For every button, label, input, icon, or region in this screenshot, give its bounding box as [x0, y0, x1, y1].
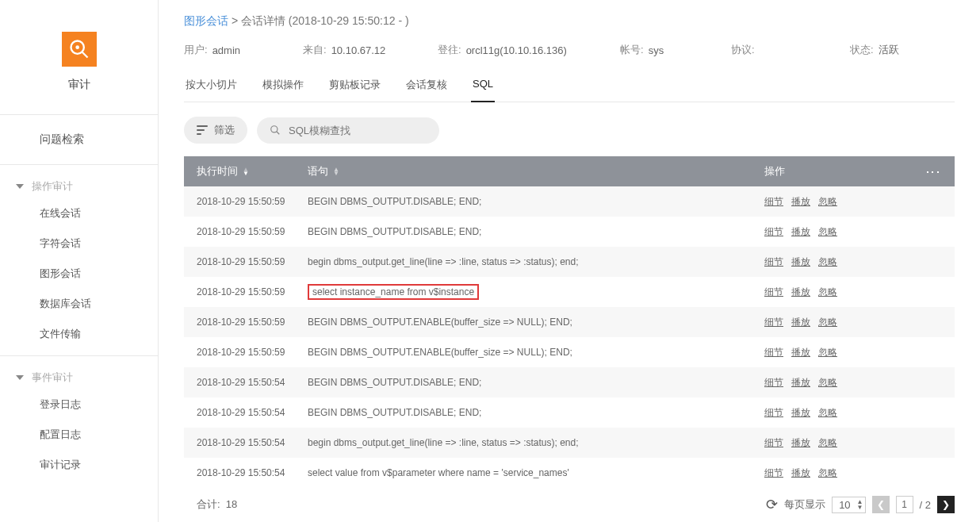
ignore-link[interactable]: 忽略	[818, 316, 837, 329]
sidebar-item-ops-2[interactable]: 图形会话	[0, 259, 158, 289]
cell-statement: BEGIN DBMS_OUTPUT.DISABLE; END;	[308, 377, 764, 388]
sort-icon: ▲▼	[333, 167, 339, 175]
cell-time: 2018-10-29 15:50:54	[197, 437, 308, 448]
cell-time: 2018-10-29 15:50:59	[197, 347, 308, 358]
detail-link[interactable]: 细节	[764, 286, 783, 299]
playback-link[interactable]: 播放	[791, 466, 810, 480]
th-exec-time[interactable]: 执行时间 ▲▼	[197, 164, 308, 178]
next-page-button[interactable]: ❯	[937, 496, 955, 513]
filter-row: 筛选	[184, 117, 955, 144]
logo-block: 审计	[0, 0, 158, 115]
app-title: 审计	[68, 78, 90, 92]
detail-link[interactable]: 细节	[764, 346, 783, 359]
meta-status: 状态:活跃	[850, 43, 945, 57]
svg-line-2	[82, 52, 87, 58]
playback-link[interactable]: 播放	[791, 255, 810, 269]
page-size-selector[interactable]: 10 ▲▼	[832, 497, 865, 513]
table-row: 2018-10-29 15:50:59BEGIN DBMS_OUTPUT.ENA…	[184, 307, 955, 337]
sidebar-item-event-2[interactable]: 审计记录	[0, 450, 158, 480]
cell-ops: 细节播放忽略	[764, 286, 923, 299]
sidebar-header-ops-audit[interactable]: 操作审计	[0, 171, 158, 198]
playback-link[interactable]: 播放	[791, 436, 810, 450]
playback-link[interactable]: 播放	[791, 406, 810, 420]
sidebar-item-ops-4[interactable]: 文件传输	[0, 319, 158, 349]
ignore-link[interactable]: 忽略	[818, 406, 837, 420]
playback-link[interactable]: 播放	[791, 195, 810, 209]
breadcrumb: 图形会话 > 会话详情 (2018-10-29 15:50:12 - )	[184, 14, 955, 29]
playback-link[interactable]: 播放	[791, 316, 810, 329]
ignore-link[interactable]: 忽略	[818, 195, 837, 209]
cell-ops: 细节播放忽略	[764, 255, 923, 269]
cell-ops: 细节播放忽略	[764, 376, 923, 390]
tab-3[interactable]: 会话复核	[404, 71, 449, 102]
cell-statement: begin dbms_output.get_line(line => :line…	[308, 256, 764, 267]
sidebar-item-ops-3[interactable]: 数据库会话	[0, 289, 158, 319]
sidebar-item-issue-search[interactable]: 问题检索	[0, 121, 158, 158]
search-input[interactable]	[287, 124, 427, 137]
cell-time: 2018-10-29 15:50:59	[197, 317, 308, 328]
detail-link[interactable]: 细节	[764, 255, 783, 269]
playback-link[interactable]: 播放	[791, 376, 810, 390]
ignore-link[interactable]: 忽略	[818, 436, 837, 450]
meta-row: 用户:admin 来自:10.10.67.12 登往:orcl11g(10.10…	[184, 43, 955, 57]
cell-ops: 细节播放忽略	[764, 225, 923, 239]
sidebar: 审计 问题检索 操作审计 在线会话字符会话图形会话数据库会话文件传输 事件审计 …	[0, 0, 159, 522]
cell-time: 2018-10-29 15:50:59	[197, 196, 308, 207]
detail-link[interactable]: 细节	[764, 376, 783, 390]
sidebar-header-event-audit[interactable]: 事件审计	[0, 363, 158, 390]
tab-4[interactable]: SQL	[471, 71, 495, 102]
detail-link[interactable]: 细节	[764, 406, 783, 420]
table-menu-button[interactable]: ⋮	[923, 165, 942, 178]
detail-link[interactable]: 细节	[764, 225, 783, 239]
tab-bar: 按大小切片模拟操作剪贴板记录会话复核SQL	[184, 71, 955, 102]
per-page-label: 每页显示	[784, 497, 825, 512]
main-content: 图形会话 > 会话详情 (2018-10-29 15:50:12 - ) 用户:…	[159, 0, 980, 522]
ignore-link[interactable]: 忽略	[818, 255, 837, 269]
ignore-link[interactable]: 忽略	[818, 376, 837, 390]
cell-ops: 细节播放忽略	[764, 346, 923, 359]
cell-statement: begin dbms_output.get_line(line => :line…	[308, 437, 764, 448]
ignore-link[interactable]: 忽略	[818, 346, 837, 359]
table-row: 2018-10-29 15:50:54select value from v$p…	[184, 458, 955, 488]
playback-link[interactable]: 播放	[791, 225, 810, 239]
sidebar-section-event-audit: 事件审计 登录日志配置日志审计记录	[0, 356, 158, 486]
detail-link[interactable]: 细节	[764, 436, 783, 450]
cell-ops: 细节播放忽略	[764, 436, 923, 450]
ignore-link[interactable]: 忽略	[818, 286, 837, 299]
detail-link[interactable]: 细节	[764, 195, 783, 209]
cell-statement: select value from v$parameter where name…	[308, 467, 764, 478]
tab-2[interactable]: 剪贴板记录	[327, 71, 382, 102]
sidebar-item-ops-0[interactable]: 在线会话	[0, 198, 158, 228]
ignore-link[interactable]: 忽略	[818, 466, 837, 480]
tab-1[interactable]: 模拟操作	[261, 71, 305, 102]
stepper-icon: ▲▼	[857, 499, 863, 510]
detail-link[interactable]: 细节	[764, 466, 783, 480]
svg-point-3	[271, 126, 278, 132]
playback-link[interactable]: 播放	[791, 286, 810, 299]
refresh-button[interactable]: ⟳	[766, 496, 778, 513]
chevron-down-icon	[16, 375, 24, 380]
cell-time: 2018-10-29 15:50:59	[197, 226, 308, 237]
table-row: 2018-10-29 15:50:59select instance_name …	[184, 277, 955, 307]
sidebar-item-event-1[interactable]: 配置日志	[0, 420, 158, 450]
meta-from: 来自:10.10.67.12	[303, 43, 438, 57]
detail-link[interactable]: 细节	[764, 316, 783, 329]
filter-button[interactable]: 筛选	[184, 117, 247, 144]
chevron-down-icon	[16, 184, 24, 189]
meta-login: 登往:orcl11g(10.10.16.136)	[438, 43, 620, 57]
total-count: 合计: 18	[184, 497, 237, 512]
tab-0[interactable]: 按大小切片	[184, 71, 239, 102]
th-statement[interactable]: 语句 ▲▼	[308, 164, 764, 178]
cell-statement: BEGIN DBMS_OUTPUT.DISABLE; END;	[308, 226, 764, 237]
prev-page-button[interactable]: ❮	[872, 496, 890, 513]
playback-link[interactable]: 播放	[791, 346, 810, 359]
pagination: ⟳ 每页显示 10 ▲▼ ❮ 1 / 2 ❯	[766, 496, 955, 513]
current-page[interactable]: 1	[896, 496, 913, 513]
filter-icon	[197, 125, 208, 135]
sidebar-item-ops-1[interactable]: 字符会话	[0, 228, 158, 259]
breadcrumb-link[interactable]: 图形会话	[184, 14, 228, 27]
ignore-link[interactable]: 忽略	[818, 225, 837, 239]
table-row: 2018-10-29 15:50:54BEGIN DBMS_OUTPUT.DIS…	[184, 367, 955, 397]
app-logo	[62, 32, 97, 67]
sidebar-item-event-0[interactable]: 登录日志	[0, 390, 158, 420]
